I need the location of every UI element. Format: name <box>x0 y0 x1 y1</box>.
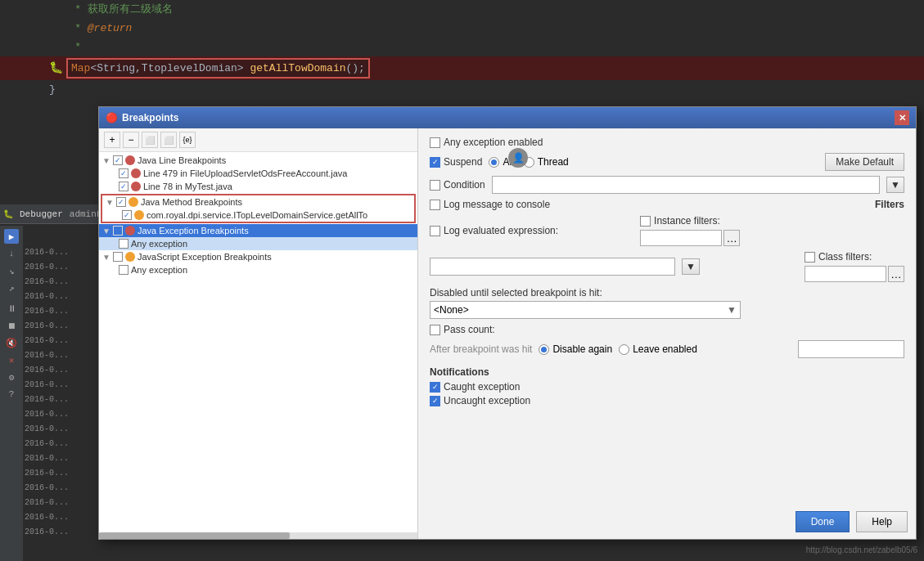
log-message-label[interactable]: Log message to console <box>430 199 550 210</box>
suspend-radio-group: All Thread <box>489 156 568 168</box>
condition-dropdown-btn[interactable]: ▼ <box>886 177 904 193</box>
class-filter-browse[interactable]: … <box>888 266 904 282</box>
disable-again-label[interactable]: Disable again <box>539 343 612 355</box>
checkbox-line479[interactable] <box>119 168 128 178</box>
step-into-btn[interactable]: ↘ <box>4 263 19 278</box>
disabled-until-row: <None> ▼ <box>430 301 904 319</box>
item-label-line78: Line 78 in MyTest.java <box>143 182 232 191</box>
checkbox-java-exception-bp[interactable] <box>113 226 123 236</box>
instance-filter-browse[interactable]: … <box>723 230 740 246</box>
checkbox-java-line-bp[interactable] <box>113 155 123 165</box>
expand-arrow-method: ▼ <box>106 198 114 207</box>
checkbox-any-exception-1[interactable] <box>119 239 128 249</box>
leave-enabled-label[interactable]: Leave enabled <box>619 343 697 355</box>
log-eval-input[interactable] <box>430 258 675 276</box>
dialog-title-group: 🔴 Breakpoints <box>106 112 178 123</box>
make-default-btn[interactable]: Make Default <box>825 153 904 171</box>
condition-input[interactable] <box>492 176 880 194</box>
checkbox-java-method-bp[interactable] <box>116 197 126 207</box>
disable-again-radio[interactable] <box>539 344 549 355</box>
item-label-com-royal: com.royal.dpi.service.ITopLevelDomainSer… <box>146 210 367 220</box>
tree-item-java-line-bp[interactable]: ▼ Java Line Breakpoints <box>99 154 417 167</box>
log-message-checkbox[interactable] <box>430 200 440 210</box>
instance-filter-inputs: … <box>640 230 740 246</box>
done-button[interactable]: Done <box>796 511 850 532</box>
none-dropdown[interactable]: <None> ▼ <box>430 301 741 319</box>
suspend-checkbox[interactable] <box>430 157 440 168</box>
export-btn[interactable]: ⬜ <box>160 132 177 148</box>
tree-item-line479[interactable]: Line 479 in FileUploadServletOdsFreeAcco… <box>99 167 417 180</box>
resume-btn[interactable]: ▶ <box>4 229 19 244</box>
pass-count-input[interactable] <box>798 340 904 358</box>
pause-btn[interactable]: ⏸ <box>4 301 19 316</box>
caught-exception-label[interactable]: Caught exception <box>430 381 904 393</box>
pass-count-checkbox[interactable] <box>430 325 440 335</box>
log-evaluated-checkbox[interactable] <box>430 226 440 236</box>
settings-btn[interactable]: ⚙ <box>4 370 19 384</box>
log-evaluated-label[interactable]: Log evaluated expression: <box>430 225 558 236</box>
instance-filter-input[interactable] <box>640 230 722 246</box>
stop-btn[interactable]: ⏹ <box>4 318 19 333</box>
help-button[interactable]: Help <box>856 511 908 532</box>
dialog-title-text: Breakpoints <box>122 112 178 123</box>
item-label-java-method-bp: Java Method Breakpoints <box>141 197 242 207</box>
uncaught-exception-text: Uncaught exception <box>444 395 530 406</box>
code-line-3: * <box>0 38 924 56</box>
log-eval-dropdown[interactable]: ▼ <box>682 258 700 275</box>
class-filter-inputs: … <box>805 266 904 282</box>
tree-item-java-exception-bp[interactable]: ▼ Java Exception Breakpoints <box>99 224 417 237</box>
add-btn[interactable]: + <box>104 132 120 148</box>
tree-item-any-exception-2[interactable]: Any exception <box>99 263 417 276</box>
dialog-icon: 🔴 <box>106 112 117 123</box>
expand-arrow: ▼ <box>102 156 110 165</box>
item-label-any-exception-1: Any exception <box>131 239 187 249</box>
props-btn[interactable]: {e} <box>179 132 196 148</box>
close-button[interactable]: ✕ <box>895 110 909 125</box>
checkbox-any-exception-2[interactable] <box>119 265 128 275</box>
uncaught-exception-label[interactable]: Uncaught exception <box>430 395 904 406</box>
tree-item-js-exception-bp[interactable]: ▼ JavaScript Exception Breakpoints <box>99 250 417 263</box>
suspend-label[interactable]: Suspend <box>430 156 482 168</box>
dialog-titlebar: 🔴 Breakpoints ✕ <box>99 107 916 128</box>
any-exception-checkbox[interactable] <box>430 137 440 148</box>
condition-checkbox[interactable] <box>430 180 440 191</box>
log-message-text: Log message to console <box>444 199 550 210</box>
class-filter-label[interactable]: Class filters: <box>805 251 904 263</box>
leave-enabled-radio[interactable] <box>619 344 629 355</box>
question-btn[interactable]: ? <box>4 387 19 402</box>
class-filter-checkbox[interactable] <box>805 252 815 263</box>
mute-btn[interactable]: 🔇 <box>4 335 19 350</box>
notifications-section: Notifications Caught exception Uncaught … <box>430 366 904 406</box>
all-radio[interactable] <box>489 157 499 168</box>
checkbox-line78[interactable] <box>119 182 128 191</box>
caught-exception-checkbox[interactable] <box>430 382 440 393</box>
pass-count-label[interactable]: Pass count: <box>430 324 495 335</box>
right-panel: Any exception enabled Suspend All Thre <box>418 128 916 539</box>
checkbox-js-exception-bp[interactable] <box>113 252 123 262</box>
class-filters-text: Class filters: <box>818 251 872 263</box>
clear-btn[interactable]: ✕ <box>4 352 19 367</box>
condition-label[interactable]: Condition <box>430 179 485 191</box>
bp-dot-line479 <box>131 168 141 178</box>
tree-scrollbar[interactable] <box>99 532 417 539</box>
log-filters-row: Log evaluated expression: Instance filte… <box>430 215 904 246</box>
thread-radio-label[interactable]: Thread <box>524 156 569 168</box>
tree-item-any-exception-1[interactable]: Any exception <box>99 237 417 250</box>
tree-item-java-method-bp[interactable]: ▼ Java Method Breakpoints <box>102 195 414 209</box>
step-out-btn[interactable]: ↗ <box>4 280 19 295</box>
expand-arrow-js: ▼ <box>102 253 110 262</box>
remove-btn[interactable]: − <box>123 132 139 148</box>
checkbox-com-royal[interactable] <box>122 210 132 220</box>
class-filter-input[interactable] <box>805 266 886 282</box>
instance-filter-checkbox[interactable] <box>640 216 651 227</box>
tree-item-line78[interactable]: Line 78 in MyTest.java <box>99 180 417 193</box>
copy-btn[interactable]: ⬜ <box>142 132 158 148</box>
filters-label: Filters <box>875 199 904 210</box>
step-over-btn[interactable]: ↓ <box>4 246 19 261</box>
tree-item-com-royal[interactable]: com.royal.dpi.service.ITopLevelDomainSer… <box>102 209 414 222</box>
debug-tab-debugger[interactable]: Debugger <box>16 208 66 221</box>
debug-tab-strip: 🐛 Debugger adminLo... <box>0 204 106 224</box>
uncaught-exception-checkbox[interactable] <box>430 396 440 406</box>
instance-filter-label[interactable]: Instance filters: <box>640 215 740 227</box>
any-exception-label[interactable]: Any exception enabled <box>430 137 543 148</box>
